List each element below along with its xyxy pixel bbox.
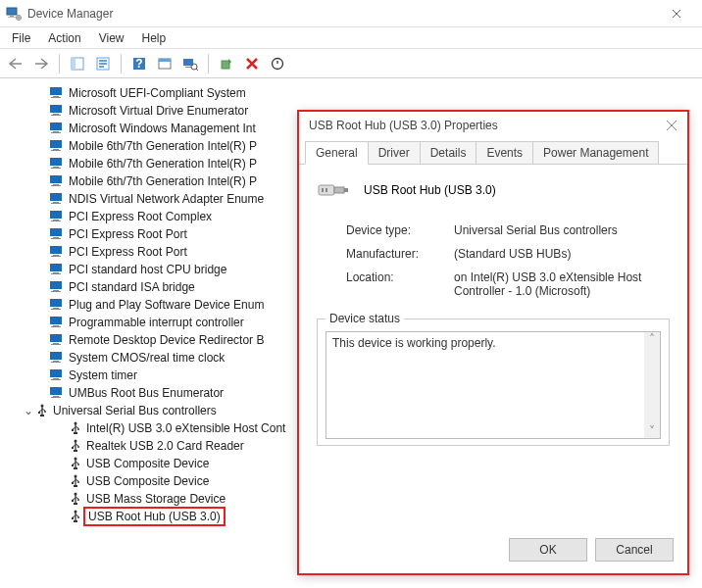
back-button[interactable] bbox=[4, 52, 27, 75]
close-button[interactable] bbox=[657, 0, 696, 26]
scrollbar[interactable]: ˄ ˅ bbox=[644, 332, 660, 438]
dialog-title: USB Root Hub (USB 3.0) Properties bbox=[309, 119, 498, 132]
svg-rect-44 bbox=[53, 237, 59, 238]
svg-rect-29 bbox=[53, 149, 59, 150]
svg-rect-2 bbox=[8, 17, 16, 18]
svg-rect-86 bbox=[72, 482, 74, 484]
svg-point-87 bbox=[77, 481, 79, 483]
svg-rect-5 bbox=[72, 58, 75, 70]
help-button[interactable]: ? bbox=[127, 52, 151, 75]
usb-icon bbox=[69, 439, 82, 453]
svg-rect-66 bbox=[51, 362, 61, 363]
ok-button[interactable]: OK bbox=[509, 538, 587, 562]
svg-rect-38 bbox=[53, 202, 59, 203]
device-status-text[interactable]: This device is working properly. ˄ ˅ bbox=[326, 331, 661, 439]
svg-rect-46 bbox=[50, 246, 62, 254]
svg-rect-15 bbox=[185, 67, 191, 68]
svg-rect-19 bbox=[50, 87, 62, 95]
svg-point-75 bbox=[44, 411, 46, 413]
scroll-down-icon[interactable]: ˅ bbox=[649, 424, 655, 438]
svg-rect-20 bbox=[53, 96, 59, 97]
menu-action[interactable]: Action bbox=[40, 29, 88, 47]
show-hide-tree-button[interactable] bbox=[66, 52, 89, 75]
svg-point-84 bbox=[77, 464, 79, 466]
svg-point-78 bbox=[77, 428, 79, 430]
svg-rect-28 bbox=[50, 140, 62, 148]
cancel-button[interactable]: Cancel bbox=[595, 538, 674, 562]
device-status-legend: Device status bbox=[326, 312, 404, 325]
svg-rect-9 bbox=[99, 66, 104, 68]
svg-point-81 bbox=[77, 446, 79, 448]
device-type-label: Device type: bbox=[346, 223, 454, 237]
svg-rect-98 bbox=[326, 188, 327, 192]
location-label: Location: bbox=[346, 270, 454, 298]
menu-help[interactable]: Help bbox=[134, 29, 175, 47]
tab-driver[interactable]: Driver bbox=[368, 141, 421, 164]
device-name: USB Root Hub (USB 3.0) bbox=[364, 183, 496, 197]
properties-button[interactable] bbox=[91, 52, 115, 75]
svg-rect-95 bbox=[334, 187, 344, 193]
svg-rect-41 bbox=[53, 220, 59, 220]
svg-rect-27 bbox=[51, 132, 61, 133]
disable-button[interactable] bbox=[266, 52, 289, 75]
usb-icon bbox=[69, 492, 82, 506]
svg-rect-60 bbox=[51, 326, 61, 327]
chevron-down-icon[interactable]: ⌄ bbox=[22, 404, 35, 417]
tree-item[interactable]: Microsoft UEFI-Compliant System bbox=[49, 84, 702, 102]
svg-rect-80 bbox=[72, 447, 74, 449]
svg-rect-17 bbox=[222, 61, 229, 69]
svg-rect-36 bbox=[51, 185, 61, 186]
tab-power-management[interactable]: Power Management bbox=[532, 141, 659, 164]
titlebar: Device Manager bbox=[0, 0, 702, 27]
action-icon-button[interactable] bbox=[153, 52, 176, 75]
svg-rect-25 bbox=[50, 122, 62, 130]
svg-rect-64 bbox=[50, 352, 62, 360]
svg-rect-92 bbox=[72, 517, 74, 519]
svg-rect-45 bbox=[51, 238, 61, 239]
svg-rect-24 bbox=[51, 115, 61, 116]
svg-rect-62 bbox=[53, 343, 59, 344]
svg-rect-1 bbox=[10, 16, 14, 17]
svg-rect-77 bbox=[72, 429, 74, 431]
tab-details[interactable]: Details bbox=[420, 141, 477, 164]
svg-rect-52 bbox=[50, 281, 62, 289]
svg-rect-39 bbox=[51, 203, 61, 204]
svg-rect-89 bbox=[72, 500, 74, 502]
svg-rect-13 bbox=[159, 59, 171, 62]
svg-rect-61 bbox=[50, 334, 62, 342]
usb-icon bbox=[69, 457, 82, 470]
svg-rect-43 bbox=[50, 228, 62, 236]
update-driver-button[interactable] bbox=[215, 52, 238, 75]
window-title: Device Manager bbox=[27, 7, 657, 21]
svg-rect-55 bbox=[50, 299, 62, 307]
svg-rect-63 bbox=[51, 344, 61, 345]
forward-button[interactable] bbox=[29, 52, 53, 75]
svg-point-90 bbox=[77, 499, 79, 501]
svg-rect-40 bbox=[50, 211, 62, 219]
svg-rect-37 bbox=[50, 193, 62, 201]
svg-rect-48 bbox=[51, 256, 61, 257]
close-icon[interactable] bbox=[666, 120, 677, 131]
svg-rect-23 bbox=[53, 114, 59, 115]
manufacturer-value: (Standard USB HUBs) bbox=[454, 247, 670, 261]
svg-rect-26 bbox=[53, 131, 59, 132]
tab-general[interactable]: General bbox=[305, 141, 369, 165]
tab-events[interactable]: Events bbox=[476, 141, 533, 164]
svg-rect-58 bbox=[50, 317, 62, 324]
svg-rect-32 bbox=[53, 167, 59, 168]
toolbar-separator bbox=[208, 54, 209, 74]
usb-icon bbox=[35, 404, 49, 417]
menu-view[interactable]: View bbox=[91, 29, 132, 47]
scan-hardware-button[interactable] bbox=[178, 52, 202, 75]
toolbar-separator bbox=[121, 54, 122, 74]
menubar: File Action View Help bbox=[0, 27, 702, 49]
app-icon bbox=[6, 6, 22, 22]
dialog-body: USB Root Hub (USB 3.0) Device type:Unive… bbox=[299, 165, 687, 460]
uninstall-button[interactable] bbox=[240, 52, 264, 75]
scroll-up-icon[interactable]: ˄ bbox=[649, 332, 655, 346]
menu-file[interactable]: File bbox=[4, 29, 38, 47]
toolbar: ? bbox=[0, 49, 702, 78]
svg-rect-56 bbox=[53, 308, 59, 309]
svg-rect-49 bbox=[50, 264, 62, 271]
usb-plug-icon bbox=[317, 178, 350, 202]
